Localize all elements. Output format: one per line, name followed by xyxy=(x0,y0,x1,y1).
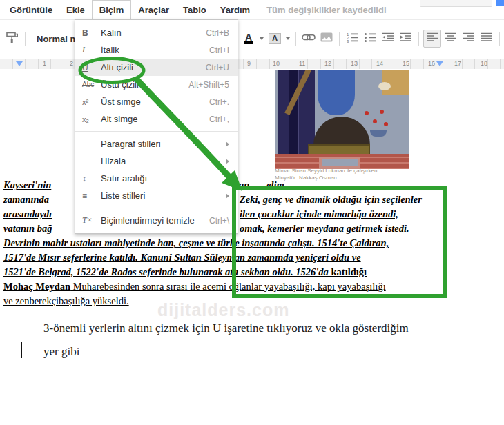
ruler-mark: 14 xyxy=(376,60,383,67)
align-center-icon xyxy=(445,32,457,45)
right-indent-marker[interactable] xyxy=(436,61,443,66)
menu-item-ustu-cizili[interactable]: Abc Üstü çizili Alt+Shift+5 xyxy=(75,76,238,93)
decrease-indent-button[interactable] xyxy=(380,30,396,47)
image-caption-line1: Mimar Sinan Seyyid Lokman ile çalışırken xyxy=(275,168,378,175)
align-center-button[interactable] xyxy=(443,30,459,47)
insert-image-button[interactable] xyxy=(318,30,335,47)
share-button-partial[interactable] xyxy=(496,0,504,6)
menu-item-bicimlendirmeyi-temizle[interactable]: T× Biçimlendirmeyi temizle Ctrl+\ xyxy=(75,212,238,229)
ruler-mark: 16 xyxy=(428,60,435,67)
menu-item-label: Alt simge xyxy=(101,114,209,124)
menubar-item-goruntule[interactable]: Görüntüle xyxy=(3,1,59,19)
menu-separator xyxy=(75,131,238,132)
highlight-color-dropdown-icon[interactable] xyxy=(286,37,290,40)
numbered-list-button[interactable]: 1 2 3 xyxy=(344,30,360,47)
submenu-arrow-icon xyxy=(226,159,229,164)
doc-text-line[interactable]: zamanında xyxy=(3,194,49,206)
toolbar-separator xyxy=(499,32,500,46)
menubar-item-ekle[interactable]: Ekle xyxy=(59,1,92,19)
menu-item-paragraf-stilleri[interactable]: Paragraf stilleri xyxy=(75,135,238,152)
italic-icon: I xyxy=(82,45,101,55)
justify-button[interactable] xyxy=(478,30,495,47)
menu-separator xyxy=(75,208,238,208)
underline-icon: U xyxy=(82,63,101,72)
menu-item-shortcut: Ctrl+B xyxy=(206,28,229,38)
ruler-mark: 12 xyxy=(324,60,331,67)
text-color-button[interactable]: A xyxy=(240,30,257,47)
doc-text-line[interactable]: an xyxy=(239,179,249,191)
menu-item-label: Hizala xyxy=(101,156,226,166)
menu-item-hizala[interactable]: Hizala xyxy=(75,152,238,170)
toolbar-separator xyxy=(339,32,340,46)
menu-item-alt-simge[interactable]: x₂ Alt simge Ctrl+, xyxy=(75,110,238,128)
paint-roller-icon xyxy=(6,31,19,46)
text-color-dropdown-icon[interactable] xyxy=(260,37,264,40)
align-left-button[interactable] xyxy=(423,30,441,48)
toolbar-separator xyxy=(25,32,26,46)
paint-format-button[interactable] xyxy=(4,30,21,47)
format-menu: B Kalın Ctrl+B I İtalik Ctrl+I U Altı çi… xyxy=(75,19,238,234)
doc-paragraph-line[interactable]: yer gibi xyxy=(43,345,79,359)
comments-button-partial[interactable] xyxy=(420,0,492,7)
align-left-icon xyxy=(426,32,438,45)
painting-detail xyxy=(365,111,369,115)
doc-text-line[interactable]: ve zenberekçibaşılığa yükseldi. xyxy=(3,295,129,307)
text-color-icon: A xyxy=(244,33,253,44)
bulleted-list-button[interactable] xyxy=(362,30,378,47)
left-indent-marker[interactable] xyxy=(16,61,23,66)
painting-detail xyxy=(380,110,384,114)
justify-icon xyxy=(481,32,493,45)
insert-link-button[interactable] xyxy=(300,30,317,47)
doc-text-line[interactable]: 1521'de Belgrad, 1522'de Rodos seferinde… xyxy=(3,266,367,278)
menu-item-alti-cizili[interactable]: U Altı çizili Ctrl+U xyxy=(75,59,238,76)
doc-text-line[interactable]: vatanın bağ xyxy=(3,223,52,235)
menu-item-ust-simge[interactable]: x² Üst simge Ctrl+. xyxy=(75,93,238,110)
menu-item-kalin[interactable]: B Kalın Ctrl+B xyxy=(75,24,238,41)
increase-indent-button[interactable] xyxy=(398,30,414,47)
doc-text-line[interactable]: elim xyxy=(266,179,284,191)
menu-item-label: Paragraf stilleri xyxy=(101,139,226,149)
menu-item-label: Üst simge xyxy=(101,97,209,107)
doc-text-line[interactable]: arasındaydı xyxy=(3,208,52,220)
image-caption[interactable]: Mimar Sinan Seyyid Lokman ile çalışırken… xyxy=(275,168,378,181)
menu-item-label: Kalın xyxy=(101,28,206,38)
submenu-arrow-icon xyxy=(226,193,229,199)
bulleted-list-icon xyxy=(364,32,376,46)
watermark: dijitalders.com xyxy=(157,300,289,320)
painting-detail xyxy=(373,119,377,123)
doc-text-line[interactable]: Kayseri'nin xyxy=(3,179,51,191)
doc-text-segment: katıldığı xyxy=(331,266,367,277)
menu-item-satir-araligi[interactable]: ↕ Satır aralığı xyxy=(75,170,238,187)
numbered-list-icon: 1 2 3 xyxy=(346,32,358,46)
menubar-item-bicim[interactable]: Biçim xyxy=(92,0,131,20)
text-cursor xyxy=(21,342,22,358)
menu-item-label: Biçimlendirmeyi temizle xyxy=(101,215,209,226)
menubar-item-yardim[interactable]: Yardım xyxy=(213,1,257,19)
decrease-indent-icon xyxy=(382,32,394,45)
ruler-mark: 11 xyxy=(299,60,305,67)
clear-formatting-icon: T× xyxy=(82,215,101,226)
menu-item-label: Satır aralığı xyxy=(101,173,226,184)
doc-text-line[interactable]: omak, kemerler meydana getirmek istedi. xyxy=(240,223,409,235)
menu-item-italik[interactable]: I İtalik Ctrl+I xyxy=(75,41,238,59)
ruler-mark: 13 xyxy=(351,60,358,67)
svg-text:3: 3 xyxy=(347,39,349,42)
image-caption-line2: Minyatür: Nakkaş Osman xyxy=(275,175,378,181)
google-docs-window: { "colors": { "annotation_green": "#2fa1… xyxy=(0,0,504,425)
menubar-item-tablo[interactable]: Tablo xyxy=(176,1,213,19)
menu-item-liste-stilleri[interactable]: ≡ Liste stilleri xyxy=(75,187,238,204)
doc-text-line[interactable]: Devrinin mahir ustaları mahiyetinde han,… xyxy=(3,237,389,249)
doc-text-line[interactable]: Zeki, genç ve dinamik olduğu için seçile… xyxy=(240,194,422,206)
superscript-icon: x² xyxy=(82,98,101,106)
align-right-button[interactable] xyxy=(461,30,477,47)
menu-item-shortcut: Ctrl+I xyxy=(209,46,229,55)
miniature-painting-image[interactable] xyxy=(275,70,409,169)
menubar-item-araclar[interactable]: Araçlar xyxy=(131,1,176,19)
doc-text-line[interactable]: 1517'de Mısır seferlerine katıldı. Kanun… xyxy=(3,252,361,264)
doc-text-line[interactable]: ilen çocuklar içinde mimarlığa özendi, xyxy=(240,208,398,220)
highlight-color-button[interactable]: A xyxy=(266,30,283,47)
doc-paragraph-line[interactable]: 3-önemli yerlerin altını çizmek için U i… xyxy=(43,322,409,335)
doc-text-segment: Mohaç Meydan xyxy=(3,281,70,292)
doc-text-line[interactable]: Mohaç Meydan Muharebesinden sonra sırası… xyxy=(3,281,386,293)
ruler-mark: 10 xyxy=(273,60,280,67)
